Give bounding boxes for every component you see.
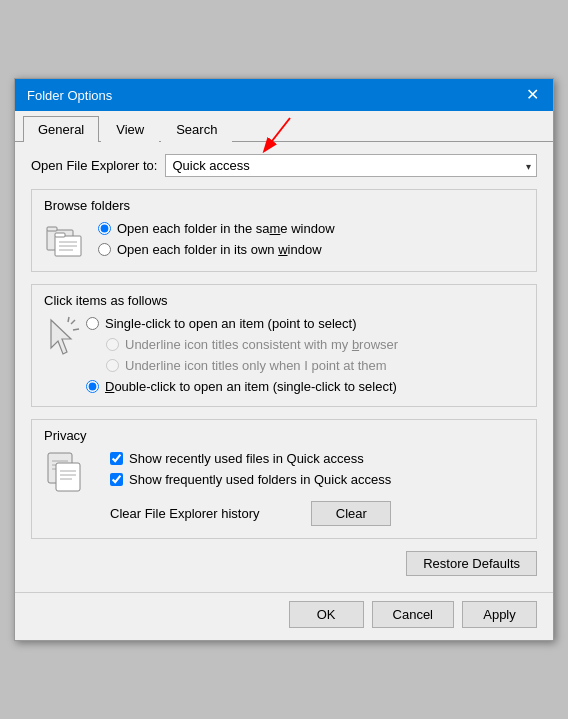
folder-svg	[45, 222, 85, 258]
cancel-button[interactable]: Cancel	[372, 601, 454, 628]
click-icon	[44, 316, 86, 366]
click-items-content: Single-click to open an item (point to s…	[44, 316, 524, 394]
double-click-option[interactable]: Double-click to open an item (single-cli…	[86, 379, 398, 394]
svg-marker-9	[51, 320, 71, 354]
frequent-folders-label: Show frequently used folders in Quick ac…	[129, 472, 391, 487]
single-click-option[interactable]: Single-click to open an item (point to s…	[86, 316, 398, 331]
browse-folders-section: Browse folders	[31, 189, 537, 272]
tab-content: Open File Explorer to: Quick access This…	[15, 142, 553, 592]
underline-browser-label: Underline icon titles consistent with my…	[125, 337, 398, 352]
folder-icon	[44, 221, 86, 259]
privacy-content: Show recently used files in Quick access…	[44, 451, 524, 526]
underline-point-option: Underline icon titles only when I point …	[86, 358, 398, 373]
dialog-footer: OK Cancel Apply	[15, 592, 553, 640]
single-click-label: Single-click to open an item (point to s…	[105, 316, 356, 331]
clear-button[interactable]: Clear	[311, 501, 391, 526]
clear-history-label: Clear File Explorer history	[110, 506, 311, 521]
frequent-folders-checkbox[interactable]	[110, 473, 123, 486]
tab-general[interactable]: General	[23, 116, 99, 142]
privacy-options: Show recently used files in Quick access…	[110, 451, 391, 526]
underline-browser-option: Underline icon titles consistent with my…	[86, 337, 398, 352]
browse-folders-label: Browse folders	[44, 198, 524, 213]
dialog-title: Folder Options	[27, 88, 112, 103]
clear-history-row: Clear File Explorer history Clear	[110, 501, 391, 526]
same-window-radio[interactable]	[98, 222, 111, 235]
restore-defaults-row: Restore Defaults	[31, 551, 537, 576]
open-to-select[interactable]: Quick access This PC	[165, 154, 537, 177]
double-click-label: Double-click to open an item (single-cli…	[105, 379, 397, 394]
tab-search[interactable]: Search	[161, 116, 232, 142]
privacy-icon	[44, 451, 86, 496]
double-click-radio[interactable]	[86, 380, 99, 393]
svg-rect-3	[47, 227, 57, 231]
svg-line-10	[71, 320, 75, 324]
own-window-radio[interactable]	[98, 243, 111, 256]
click-items-section: Click items as follows Single-	[31, 284, 537, 407]
click-items-options: Single-click to open an item (point to s…	[86, 316, 398, 394]
own-window-label: Open each folder in its own window	[117, 242, 322, 257]
underline-browser-radio[interactable]	[106, 338, 119, 351]
open-to-label: Open File Explorer to:	[31, 158, 157, 173]
apply-button[interactable]: Apply	[462, 601, 537, 628]
frequent-folders-option[interactable]: Show frequently used folders in Quick ac…	[110, 472, 391, 487]
underline-point-radio[interactable]	[106, 359, 119, 372]
ok-button[interactable]: OK	[289, 601, 364, 628]
folder-options-dialog: Folder Options ✕ General View Search Ope…	[14, 78, 554, 641]
underline-point-label: Underline icon titles only when I point …	[125, 358, 387, 373]
recent-files-checkbox[interactable]	[110, 452, 123, 465]
privacy-section: Privacy	[31, 419, 537, 539]
own-window-option[interactable]: Open each folder in its own window	[98, 242, 335, 257]
open-to-select-wrapper: Quick access This PC ▾	[165, 154, 537, 177]
click-svg	[45, 316, 85, 366]
tab-view[interactable]: View	[101, 116, 159, 142]
recent-files-option[interactable]: Show recently used files in Quick access	[110, 451, 391, 466]
tabs-bar: General View Search	[15, 111, 553, 142]
open-explorer-row: Open File Explorer to: Quick access This…	[31, 154, 537, 177]
browse-folders-options: Open each folder in the same window Open…	[98, 221, 335, 257]
close-button[interactable]: ✕	[524, 87, 541, 103]
privacy-label: Privacy	[44, 428, 524, 443]
same-window-label: Open each folder in the same window	[117, 221, 335, 236]
click-items-label: Click items as follows	[44, 293, 524, 308]
title-bar: Folder Options ✕	[15, 79, 553, 111]
restore-defaults-button[interactable]: Restore Defaults	[406, 551, 537, 576]
svg-line-12	[68, 317, 69, 322]
svg-line-11	[73, 329, 79, 330]
same-window-option[interactable]: Open each folder in the same window	[98, 221, 335, 236]
svg-rect-5	[55, 233, 65, 237]
svg-rect-17	[56, 463, 80, 491]
recent-files-label: Show recently used files in Quick access	[129, 451, 364, 466]
single-click-radio[interactable]	[86, 317, 99, 330]
privacy-svg	[44, 451, 86, 493]
browse-folders-content: Open each folder in the same window Open…	[44, 221, 524, 259]
